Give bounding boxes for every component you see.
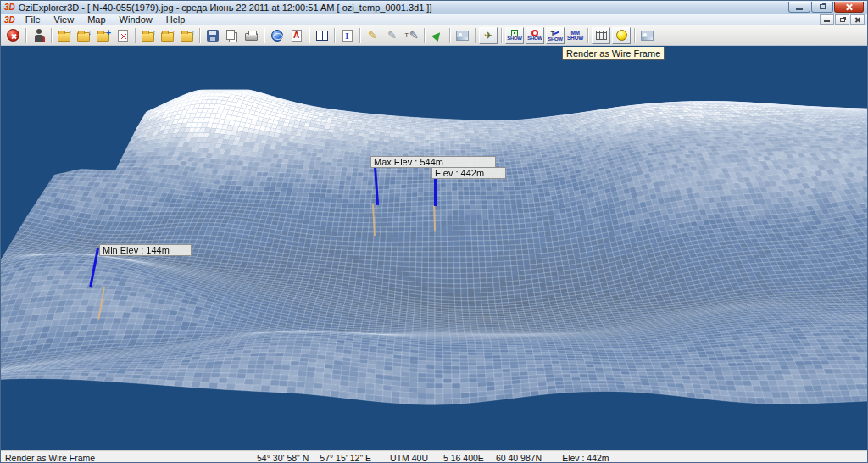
toolbar-separator xyxy=(135,28,136,43)
menu-items: FileViewMapWindowHelp xyxy=(19,14,819,25)
toolbar-separator xyxy=(334,28,335,43)
folder-open-down-icon xyxy=(77,32,90,42)
mdi-app-3d-icon: 3D xyxy=(4,15,15,25)
tile-windows-icon xyxy=(316,31,328,41)
app-3d-icon: 3D xyxy=(4,3,15,12)
menu-bar: 3D FileViewMapWindowHelp xyxy=(1,14,867,25)
status-elevation: Elev : 442m xyxy=(562,453,609,463)
menu-item-map[interactable]: Map xyxy=(81,14,112,25)
toolbar-map-config-button[interactable] xyxy=(29,26,48,45)
save-icon xyxy=(207,30,219,42)
font-a-icon: A xyxy=(292,30,302,42)
toolbar-font-a-button[interactable]: A xyxy=(287,26,306,45)
toolbar-pencil-gray-button[interactable] xyxy=(382,26,402,45)
toolbar-separator xyxy=(25,28,26,43)
elevation-pole-spot xyxy=(434,178,437,206)
minimize-button[interactable] xyxy=(788,2,810,13)
toolbar: AISHOWSHOWSHOWMMSHOW xyxy=(1,25,867,46)
toolbar-folder-load-1-button[interactable] xyxy=(138,26,158,45)
menu-item-file[interactable]: File xyxy=(19,14,47,25)
pencil-yellow-icon xyxy=(368,29,377,42)
toolbar-show-points-button[interactable]: SHOW xyxy=(526,27,544,44)
toolbar-folder-open-up-button[interactable] xyxy=(54,26,74,45)
window-title: OziExplorer3D - [ N-40-055(1979).jpg - с… xyxy=(19,3,787,13)
menu-item-view[interactable]: View xyxy=(47,14,81,25)
mdi-minimize-icon xyxy=(824,20,830,22)
toolbar-tile-windows-button[interactable] xyxy=(312,26,331,45)
close-icon xyxy=(845,3,853,11)
pencil-text-icon xyxy=(404,29,418,42)
toolbar-pencil-yellow-button[interactable] xyxy=(363,26,382,45)
toolbar-wireframe-button[interactable] xyxy=(592,27,610,44)
folder-load-1-icon xyxy=(142,32,154,42)
toolbar-folder-open-down-button[interactable] xyxy=(74,26,93,45)
restore-icon xyxy=(820,4,826,9)
folder-add-icon xyxy=(97,32,109,42)
status-bar: Render as Wire Frame 54° 30' 58" N 57° 1… xyxy=(1,450,867,463)
toolbar-tooltip: Render as Wire Frame xyxy=(562,47,665,60)
toolbar-show-map-marks-button[interactable]: MMSHOW xyxy=(565,26,585,45)
menu-item-window[interactable]: Window xyxy=(113,14,159,25)
map-marks-show-label: SHOW xyxy=(567,36,583,41)
green-arrow-icon xyxy=(431,29,442,41)
toolbar-image-view-button[interactable] xyxy=(453,26,472,45)
toolbar-image-small-button[interactable] xyxy=(637,26,657,45)
status-longitude: 57° 15' 12" E xyxy=(320,453,371,463)
elevation-label-spot: Elev : 442m xyxy=(431,167,506,179)
toolbar-close-file-button[interactable] xyxy=(113,26,132,45)
pencil-gray-icon xyxy=(387,29,397,42)
show-tracks-icon xyxy=(551,30,560,37)
menu-item-help[interactable]: Help xyxy=(159,14,192,25)
toolbar-separator xyxy=(475,28,476,43)
toolbar-folder-add-button[interactable] xyxy=(93,26,113,45)
toolbar-show-waypoints-button[interactable]: SHOW xyxy=(505,27,524,44)
map-config-icon xyxy=(33,29,45,42)
toolbar-help-globe-button[interactable] xyxy=(267,26,287,45)
toolbar-separator xyxy=(501,28,502,43)
show-waypoints-label: SHOW xyxy=(507,36,521,41)
toolbar-separator xyxy=(587,28,588,43)
title-bar: 3D OziExplorer3D - [ N-40-055(1979).jpg … xyxy=(1,1,867,14)
toolbar-folder-load-2-button[interactable] xyxy=(158,26,177,45)
close-button[interactable] xyxy=(834,2,864,13)
toolbar-info-button[interactable]: I xyxy=(337,26,357,45)
toolbar-show-tracks-button[interactable]: SHOW xyxy=(546,27,565,44)
toolbar-pencil-text-button[interactable] xyxy=(402,26,421,45)
toolbar-green-arrow-button[interactable] xyxy=(427,26,447,45)
toolbar-exit-button[interactable] xyxy=(3,26,23,45)
show-tracks-label: SHOW xyxy=(548,37,562,42)
toolbar-separator xyxy=(634,28,635,43)
mdi-close-button[interactable] xyxy=(850,14,865,25)
toolbar-save-button[interactable] xyxy=(203,26,222,45)
toolbar-separator xyxy=(359,28,360,43)
window-controls xyxy=(787,2,864,13)
status-mode: Render as Wire Frame xyxy=(1,453,248,463)
image-small-icon xyxy=(641,31,654,41)
toolbar-separator xyxy=(199,28,200,43)
toolbar-copy-button[interactable] xyxy=(222,26,242,45)
restore-button[interactable] xyxy=(811,2,833,13)
status-northing: 60 40 987N xyxy=(496,453,542,463)
folder-load-2-icon xyxy=(161,32,174,42)
mdi-window-controls xyxy=(819,14,865,25)
mdi-minimize-button[interactable] xyxy=(820,14,834,25)
exit-icon xyxy=(7,29,19,42)
toolbar-folder-load-3-button[interactable] xyxy=(177,26,197,45)
airplane-icon xyxy=(484,30,492,42)
toolbar-print-button[interactable] xyxy=(242,26,261,45)
mdi-restore-button[interactable] xyxy=(835,14,849,25)
toolbar-separator xyxy=(51,28,52,43)
status-easting: 5 16 400E xyxy=(443,453,484,463)
toolbar-airplane-button[interactable] xyxy=(479,27,498,44)
help-globe-icon xyxy=(271,30,283,42)
folder-open-up-icon xyxy=(58,32,70,42)
elevation-label-max: Max Elev : 544m xyxy=(370,156,496,168)
image-view-icon xyxy=(456,31,469,41)
copy-icon xyxy=(226,30,235,40)
toolbar-separator xyxy=(309,28,309,43)
map-3d-viewport: Max Elev : 544mElev : 442mMin Elev : 144… xyxy=(1,46,868,450)
toolbar-render-ball-button[interactable] xyxy=(612,27,631,44)
show-points-icon xyxy=(531,30,538,36)
app-window: 3D OziExplorer3D - [ N-40-055(1979).jpg … xyxy=(0,0,868,463)
mdi-close-icon xyxy=(854,17,860,23)
